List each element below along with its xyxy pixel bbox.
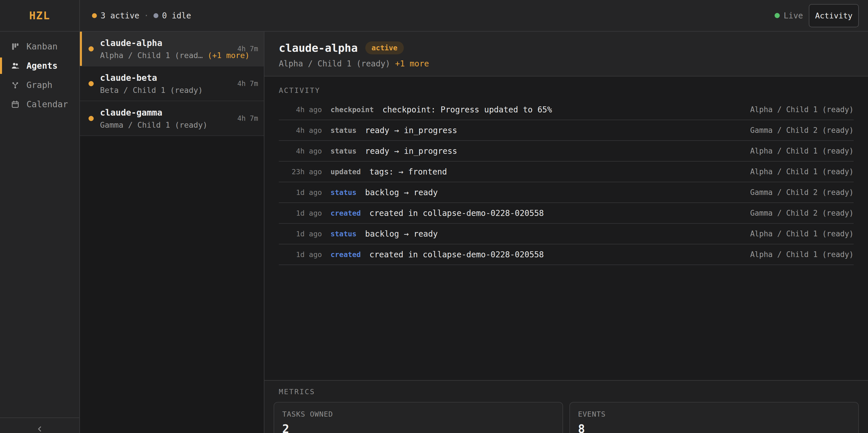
agent-name: claude-beta xyxy=(100,73,203,83)
activity-task-ref: Gamma / Child 2 (ready) xyxy=(739,126,854,134)
page-title: claude-alpha xyxy=(279,42,358,54)
chevron-left-icon xyxy=(35,424,44,433)
agent-info: claude-beta Beta / Child 1 (ready) xyxy=(100,73,203,95)
detail-header: claude-alpha active Alpha / Child 1 (rea… xyxy=(265,32,868,76)
idle-count-label: 0 idle xyxy=(162,11,191,21)
agent-uptime: 4h 7m xyxy=(238,80,258,88)
agent-name: claude-gamma xyxy=(100,107,208,118)
sidebar-item-kanban[interactable]: Kanban xyxy=(0,37,79,56)
agent-task: Alpha / Child 1 (read… (+1 more) xyxy=(100,51,249,60)
activity-row[interactable]: 23h ago updated tags: → frontend Alpha /… xyxy=(279,162,854,182)
activity-time: 1d ago xyxy=(279,209,322,217)
status-badge: active xyxy=(365,41,404,54)
agent-list-item-claude-gamma[interactable]: claude-gamma Gamma / Child 1 (ready) 4h … xyxy=(80,101,264,136)
app-logo-text: HZL xyxy=(29,9,50,22)
activity-row[interactable]: 1d ago status backlog → ready Alpha / Ch… xyxy=(279,224,854,244)
sidebar-item-calendar[interactable]: Calendar xyxy=(0,95,79,114)
sidebar-item-label: Graph xyxy=(26,80,52,90)
live-label: Live xyxy=(784,11,803,21)
kanban-icon xyxy=(11,42,20,51)
activity-time: 4h ago xyxy=(279,126,322,134)
activity-type-tag: status xyxy=(331,126,356,134)
activity-time: 4h ago xyxy=(279,105,322,114)
metrics-heading: METRICS xyxy=(279,388,859,396)
activity-message: ready → in_progress xyxy=(365,126,457,135)
agent-info: claude-alpha Alpha / Child 1 (read… (+1 … xyxy=(100,38,249,60)
activity-message: tags: → frontend xyxy=(369,167,447,177)
metric-value: 8 xyxy=(578,422,850,433)
agent-detail-panel: claude-alpha active Alpha / Child 1 (rea… xyxy=(265,32,868,433)
metrics-section: METRICS TASKS OWNED 2 EVENTS 8 xyxy=(265,380,868,433)
sidebar-collapse-button[interactable] xyxy=(0,417,79,433)
activity-row[interactable]: 1d ago status backlog → ready Gamma / Ch… xyxy=(279,182,854,203)
calendar-icon xyxy=(11,100,20,109)
active-count-label: 3 active xyxy=(101,11,140,21)
agent-name: claude-alpha xyxy=(100,38,249,48)
metric-label: TASKS OWNED xyxy=(282,410,554,418)
sidebar-nav: Kanban Agents Graph Calendar xyxy=(0,32,80,433)
metric-card-tasks-owned: TASKS OWNED 2 xyxy=(274,402,563,433)
activity-type-tag: status xyxy=(331,230,356,238)
app-root: HZL 3 active · 0 idle Live Activity Kanb… xyxy=(0,0,868,433)
activity-time: 1d ago xyxy=(279,188,322,197)
agent-list: claude-alpha Alpha / Child 1 (read… (+1 … xyxy=(80,32,265,433)
detail-subtitle: Alpha / Child 1 (ready) +1 more xyxy=(279,59,854,68)
activity-task-ref: Alpha / Child 1 (ready) xyxy=(739,250,854,259)
agent-task: Beta / Child 1 (ready) xyxy=(100,86,203,95)
subtitle-more[interactable]: +1 more xyxy=(395,59,429,68)
sidebar-item-label: Kanban xyxy=(26,41,58,52)
activity-list: 4h ago checkpoint checkpoint: Progress u… xyxy=(279,99,854,265)
sidebar-item-agents[interactable]: Agents xyxy=(0,56,79,75)
agent-info: claude-gamma Gamma / Child 1 (ready) xyxy=(100,107,208,129)
activity-section: ACTIVITY 4h ago checkpoint checkpoint: P… xyxy=(265,76,868,380)
activity-row[interactable]: 4h ago status ready → in_progress Gamma … xyxy=(279,120,854,141)
agent-status-dot xyxy=(89,46,94,52)
agent-uptime: 4h 7m xyxy=(238,45,258,53)
activity-time: 4h ago xyxy=(279,147,322,155)
activity-type-tag: created xyxy=(331,250,361,259)
activity-type-tag: checkpoint xyxy=(331,105,374,114)
topbar-right: Live Activity xyxy=(775,4,868,27)
activity-message: created in collapse-demo-0228-020558 xyxy=(369,209,544,218)
agent-status-dot xyxy=(89,81,94,86)
idle-count-dot xyxy=(153,13,158,18)
app-logo[interactable]: HZL xyxy=(0,0,80,31)
active-count-dot xyxy=(92,13,97,18)
agent-list-item-claude-beta[interactable]: claude-beta Beta / Child 1 (ready) 4h 7m xyxy=(80,66,264,101)
activity-row[interactable]: 4h ago status ready → in_progress Alpha … xyxy=(279,141,854,162)
activity-time: 1d ago xyxy=(279,250,322,259)
activity-task-ref: Alpha / Child 1 (ready) xyxy=(739,105,854,114)
agent-task: Gamma / Child 1 (ready) xyxy=(100,121,208,129)
activity-message: backlog → ready xyxy=(365,188,438,197)
activity-task-ref: Gamma / Child 2 (ready) xyxy=(739,209,854,217)
activity-time: 1d ago xyxy=(279,230,322,238)
sidebar-item-graph[interactable]: Graph xyxy=(0,75,79,95)
activity-task-ref: Alpha / Child 1 (ready) xyxy=(739,167,854,176)
activity-row[interactable]: 1d ago created created in collapse-demo-… xyxy=(279,203,854,224)
activity-row[interactable]: 4h ago checkpoint checkpoint: Progress u… xyxy=(279,99,854,120)
activity-time: 23h ago xyxy=(279,167,322,176)
activity-message: checkpoint: Progress updated to 65% xyxy=(382,105,552,115)
activity-type-tag: updated xyxy=(331,167,361,176)
sidebar-item-label: Agents xyxy=(26,61,58,71)
activity-button[interactable]: Activity xyxy=(809,4,859,27)
metrics-cards: TASKS OWNED 2 EVENTS 8 xyxy=(274,402,859,433)
agent-list-item-claude-alpha[interactable]: claude-alpha Alpha / Child 1 (read… (+1 … xyxy=(80,32,264,66)
activity-task-ref: Gamma / Child 2 (ready) xyxy=(739,188,854,197)
agent-status-dot xyxy=(89,116,94,121)
activity-heading: ACTIVITY xyxy=(279,86,854,95)
sidebar-item-label: Calendar xyxy=(26,99,68,109)
metric-value: 2 xyxy=(282,422,554,433)
agents-icon xyxy=(11,62,20,70)
topbar: HZL 3 active · 0 idle Live Activity xyxy=(0,0,868,32)
activity-type-tag: created xyxy=(331,209,361,217)
activity-type-tag: status xyxy=(331,147,356,155)
activity-type-tag: status xyxy=(331,188,356,197)
activity-task-ref: Alpha / Child 1 (ready) xyxy=(739,229,854,238)
metric-label: EVENTS xyxy=(578,410,850,418)
activity-row[interactable]: 1d ago created created in collapse-demo-… xyxy=(279,244,854,265)
count-separator: · xyxy=(144,11,149,21)
agent-counts: 3 active · 0 idle xyxy=(92,11,191,21)
metric-card-events: EVENTS 8 xyxy=(569,402,859,433)
detail-title-row: claude-alpha active xyxy=(279,41,854,54)
